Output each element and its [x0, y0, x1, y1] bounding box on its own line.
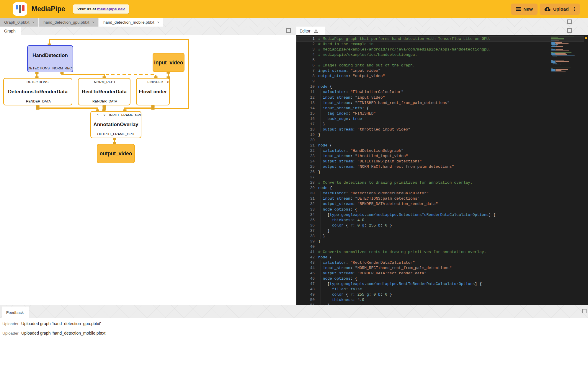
file-tab-hand_detection_mobile.pbtxt[interactable]: hand_detection_mobile.pbtxt× — [99, 18, 163, 27]
code-line: 18 output_stream: "throttled_input_video… — [296, 127, 584, 132]
logo-bar-blue — [16, 5, 18, 9]
code-line: 12 input_stream: "input_video" — [296, 95, 584, 100]
line-number: 24 — [296, 159, 315, 164]
node-title: FlowLimiter — [137, 89, 169, 95]
code-line: 45 output_stream: "RENDER_DATA:rect_rend… — [296, 271, 584, 276]
line-number: 30 — [296, 191, 315, 196]
feedback-source: Uploader — [0, 331, 21, 335]
code-line: 35 thickness: 4.0 — [296, 218, 584, 223]
code-line: 19} — [296, 132, 584, 138]
mediapipe-visualizer: MediaPipe Visit us at mediapipe.dev New … — [0, 0, 588, 365]
line-number: 28 — [296, 180, 315, 185]
file-tab-hand_detection_gpu.pbtxt[interactable]: hand_detection_gpu.pbtxt× — [39, 18, 98, 27]
feedback-popout-icon[interactable] — [582, 309, 587, 313]
close-tab-icon[interactable]: × — [92, 20, 95, 24]
graph-tab-label: Graph — [4, 29, 16, 33]
code-line: 32 output_stream: "RENDER_DATA:detection… — [296, 201, 584, 207]
new-button-label: New — [523, 6, 533, 12]
feedback-message: Uploaded graph 'hand_detection_gpu.pbtxt… — [21, 321, 101, 326]
editor-minimap[interactable] — [551, 37, 575, 72]
line-number: 31 — [296, 196, 315, 201]
file-tab-label: Graph_0.pbtxt — [4, 20, 30, 25]
output-port-NORM_RECT: NORM_RECT — [53, 66, 74, 70]
close-tab-icon[interactable]: × — [157, 20, 160, 24]
line-number: 25 — [296, 164, 315, 170]
upload-menu-icon[interactable] — [574, 6, 575, 12]
node-title: DetectionsToRenderData — [4, 89, 72, 95]
tabs-popout-icon[interactable] — [567, 19, 572, 24]
line-number: 17 — [296, 122, 315, 127]
mediapipe-logo — [13, 2, 27, 16]
line-number: 47 — [296, 281, 315, 287]
code-line: 22 calculator: "HandDetectionSubgraph" — [296, 148, 584, 154]
code-line: 10node { — [296, 84, 584, 89]
logo-bar-red — [22, 5, 24, 11]
code-line: 21node { — [296, 143, 584, 148]
code-line: 26} — [296, 170, 584, 175]
line-number: 3 — [296, 47, 315, 52]
code-line: 42node { — [296, 255, 584, 260]
menu-icon — [516, 6, 521, 12]
file-tab-label: hand_detection_gpu.pbtxt — [43, 20, 89, 25]
graph-node-DetectionsToRenderData[interactable]: DetectionsToRenderDataDETECTIONSRENDER_D… — [3, 78, 72, 105]
input-port-INPUT_FRAME_GPU: INPUT_FRAME_GPU — [109, 113, 142, 117]
line-number: 29 — [296, 185, 315, 191]
code-line: 4# mediapipie/examples/ios/handdetection… — [296, 52, 584, 58]
tab-feedback[interactable]: Feedback — [2, 307, 29, 318]
graph-canvas[interactable]: HandDetectionDETECTIONSNORM_RECTinput_vi… — [0, 35, 295, 305]
code-line: 37 } — [296, 228, 584, 234]
line-number: 46 — [296, 276, 315, 281]
code-line: 13 input_stream: "FINISHED:hand_rect_fro… — [296, 100, 584, 106]
line-number: 32 — [296, 201, 315, 207]
line-number: 13 — [296, 100, 315, 106]
graph-node-input_video[interactable]: input_video — [153, 53, 184, 72]
code-line: 48 filled: false — [296, 287, 584, 292]
upload-button[interactable]: Upload — [540, 4, 580, 15]
code-line: 36 color { r: 0 g: 255 b: 0 } — [296, 223, 584, 228]
line-number: 43 — [296, 260, 315, 265]
tab-graph[interactable]: Graph — [0, 27, 21, 35]
tab-editor[interactable]: Editor — [296, 27, 325, 35]
input-port-DETECTIONS: DETECTIONS — [27, 80, 48, 84]
code-line: 2# Used in the example in — [296, 42, 584, 47]
graph-node-RectToRenderData[interactable]: RectToRenderDataNORM_RECTRENDER_DATA — [78, 78, 130, 105]
mediapipe-dev-link[interactable]: mediapipe.dev — [97, 7, 125, 11]
graph-node-output_video[interactable]: output_video — [97, 144, 135, 163]
file-tab-label: hand_detection_mobile.pbtxt — [103, 20, 154, 25]
code-lines[interactable]: 1# MediaPipe graph that performs hand de… — [296, 36, 584, 305]
node-title: RectToRenderData — [79, 89, 130, 95]
code-line: 39} — [296, 239, 584, 244]
code-line: 41# Converts normalized rects to drawing… — [296, 250, 584, 255]
output-port-DETECTIONS: DETECTIONS — [28, 66, 50, 70]
code-line: 40 — [296, 244, 584, 250]
code-editor[interactable]: 1# MediaPipe graph that performs hand de… — [296, 35, 588, 305]
node-title: input_video — [153, 59, 184, 66]
line-number: 18 — [296, 127, 315, 132]
visit-button[interactable]: Visit us at mediapipe.dev — [73, 4, 129, 14]
input-port-NORM_RECT: NORM_RECT — [94, 80, 116, 84]
code-line: 23 input_stream: "throttled_input_video" — [296, 154, 584, 159]
new-button[interactable]: New — [511, 4, 538, 15]
graph-node-HandDetection[interactable]: HandDetectionDETECTIONSNORM_RECT — [27, 45, 73, 72]
code-line: 25 output_stream: "NORM_RECT:hand_rect_f… — [296, 164, 584, 170]
download-icon[interactable] — [313, 28, 318, 33]
line-number: 26 — [296, 170, 315, 175]
line-number: 37 — [296, 228, 315, 234]
panel-tab-bar: Graph Editor — [0, 27, 588, 35]
app-title: MediaPipe — [32, 5, 65, 13]
file-tab-Graph_0.pbtxt[interactable]: Graph_0.pbtxt× — [0, 18, 38, 27]
line-number: 36 — [296, 223, 315, 228]
feedback-tab-label: Feedback — [6, 310, 24, 315]
feedback-message: Uploaded graph 'hand_detection_mobile.pb… — [21, 331, 106, 335]
graph-node-FlowLimiter[interactable]: FlowLimiterFINISHED0 — [136, 78, 170, 105]
editor-scrollbar[interactable] — [584, 35, 588, 305]
line-number: 16 — [296, 116, 315, 122]
editor-popout-icon[interactable] — [567, 28, 572, 33]
node-title: HandDetection — [28, 53, 73, 58]
graph-node-AnnotationOverlay[interactable]: AnnotationOverlay12INPUT_FRAME_GPUOUTPUT… — [90, 111, 141, 138]
line-number: 20 — [296, 138, 315, 143]
close-tab-icon[interactable]: × — [32, 20, 35, 24]
code-line: 3# mediapipie/examples/android/src/java/… — [296, 47, 584, 52]
graph-popout-icon[interactable] — [286, 28, 291, 33]
output-port-OUTPUT_FRAME_GPU: OUTPUT_FRAME_GPU — [97, 132, 134, 136]
